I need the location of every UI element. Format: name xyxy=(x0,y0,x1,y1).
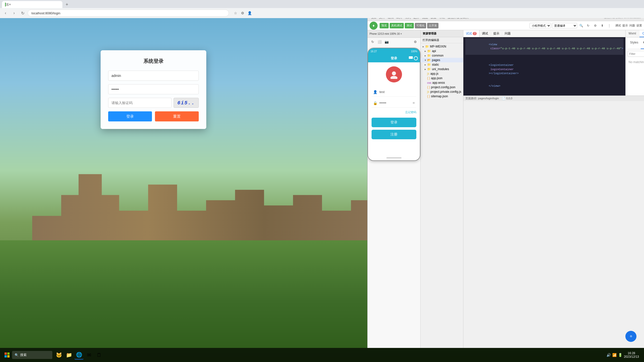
taskbar-app-browser[interactable]: 🌐 xyxy=(74,350,84,359)
tree-item-common[interactable]: ▸ 📁 common xyxy=(421,53,463,58)
tree-item-api[interactable]: ▸ 📁 api xyxy=(421,49,463,53)
tab-console[interactable]: Console xyxy=(639,30,644,37)
start-button[interactable] xyxy=(2,350,12,360)
chevron-right-icon: ▸ xyxy=(423,45,424,48)
code-line-1: <view class="u-p-t-40 u-p-r-40 u-p-r-40 … xyxy=(465,38,623,55)
phone-nav-icon-2[interactable] xyxy=(414,56,418,60)
sim-reload-icon[interactable]: ↻ xyxy=(370,39,376,45)
tree-item-projectprivate[interactable]: ▸ js project.private.config.js xyxy=(421,89,463,94)
tree-item-appjs[interactable]: ▸ js app.js xyxy=(421,71,463,76)
device-select[interactable]: 小程序模式 xyxy=(530,23,551,28)
login-button[interactable]: 登录 xyxy=(108,111,152,121)
password-input[interactable] xyxy=(108,84,199,94)
eye-icon[interactable]: 👁 xyxy=(412,101,415,105)
taskbar-system-tray: 🔊 📶 🔋 16:28 2023/12/13 xyxy=(607,351,642,358)
reset-button[interactable]: 重置 xyxy=(155,111,199,121)
tree-item-pages[interactable]: ▾ 📂 pages xyxy=(421,58,463,62)
devtools-toolbar: ♦ 预览 真机调试 测试 可视化 云开发 小程序模式 普通编译 🔍 ↻ ⚙ ⬆ … xyxy=(368,21,644,30)
settings-icon[interactable]: ⚙ xyxy=(592,23,598,29)
phone-simulator: Phone 12/13 mini 100% 16 × ↻ ⬜ 📷 ⚙ 16:27… xyxy=(368,30,421,348)
svg-point-1 xyxy=(390,76,397,79)
taskbar-app-3[interactable]: ✉ xyxy=(85,350,94,359)
tree-item-appwxss[interactable]: ▸ css app.wxss xyxy=(421,80,463,85)
tree-item-sitemap[interactable]: ▸ { } sitemap.json xyxy=(421,94,463,99)
browser-tab-bar: 活置信品量卖 × + xyxy=(0,0,644,8)
tab-close-btn[interactable]: × xyxy=(9,1,59,8)
extensions-icon[interactable]: ⚙ xyxy=(239,10,246,16)
sim-home-icon[interactable]: ⬜ xyxy=(377,39,383,45)
svg-rect-3 xyxy=(7,352,10,355)
tab-issue-label: 问题 xyxy=(505,31,511,36)
sys-clock[interactable]: 16:28 2023/12/13 xyxy=(624,351,639,358)
tree-item-projectconfig[interactable]: ▸ { } project.config.json xyxy=(421,85,463,89)
taskbar-app-2[interactable]: 📁 xyxy=(64,350,73,359)
tab-调试[interactable]: 调试 xyxy=(479,30,491,37)
devtools-status-bar: 页面路径: pages/login/login 📄 0,0,0 xyxy=(463,96,644,101)
captcha-image[interactable]: 6i5.. xyxy=(174,98,199,108)
tree-root[interactable]: ▸ 📁 MP-WEIXIN xyxy=(421,44,463,49)
user-icon[interactable]: 👤 xyxy=(247,10,253,16)
captcha-input[interactable] xyxy=(108,98,172,108)
tab-wxml[interactable]: Wxml xyxy=(626,30,639,37)
tab-debug[interactable]: 试试 7 xyxy=(463,30,479,37)
preview-btn[interactable]: 预览 xyxy=(380,23,389,28)
real-debug-btn[interactable]: 真机调试 xyxy=(390,23,404,28)
forward-button[interactable]: › xyxy=(11,10,18,17)
username-input[interactable] xyxy=(108,71,199,81)
status-position: 📄 0,0,0 xyxy=(502,97,512,100)
sim-controls: ↻ ⬜ 📷 ⚙ xyxy=(368,38,420,46)
action-label-1: 调试 xyxy=(615,24,621,27)
sys-icon-2[interactable]: 📶 xyxy=(612,353,617,357)
floating-action-button[interactable]: ⚬ xyxy=(625,331,636,342)
phone-login-button[interactable]: 登录 xyxy=(372,118,416,127)
pages-folder-icon: 📂 xyxy=(427,58,431,62)
status-path: 页面路径: pages/login/login xyxy=(465,97,499,100)
svg-rect-4 xyxy=(5,355,7,357)
phone-password-text: •••••• xyxy=(379,101,386,105)
avatar-icon xyxy=(389,70,398,79)
phone-home-indicator xyxy=(368,155,420,160)
open-editors-label: 打开的编辑器 xyxy=(423,38,439,42)
json-file-icon: { } xyxy=(427,76,430,80)
bookmark-icon[interactable]: ☆ xyxy=(232,10,238,16)
phone-nav-icon-1[interactable] xyxy=(409,56,413,59)
sm-file-icon: { } xyxy=(427,95,430,98)
app1-icon: 🐱 xyxy=(56,352,62,358)
phone-username-text: test xyxy=(379,90,385,94)
test-btn[interactable]: 测试 xyxy=(405,23,414,28)
upload-icon[interactable]: ⬆ xyxy=(599,23,605,29)
search-devtools-icon[interactable]: 🔍 xyxy=(578,23,584,29)
ct-tab-computed[interactable]: Computed xyxy=(641,39,644,49)
env-select[interactable]: 普通编译 xyxy=(552,23,577,28)
refresh-icon[interactable]: ↻ xyxy=(585,23,591,29)
inspector-tabs: Wxml Console Sources Network Performance xyxy=(626,30,644,37)
phone-forgot-link[interactable]: 忘记密码 xyxy=(405,110,416,114)
visual-btn[interactable]: 可视化 xyxy=(415,23,426,28)
back-button[interactable]: ‹ xyxy=(2,10,9,17)
new-tab-button[interactable]: + xyxy=(63,1,70,8)
cloud-btn[interactable]: 云开发 xyxy=(427,23,438,28)
filter-input[interactable] xyxy=(628,51,644,57)
sys-icon-3[interactable]: 🔋 xyxy=(618,353,622,357)
tree-item-appjson[interactable]: ▸ { } app.json xyxy=(421,76,463,80)
taskbar-app-1[interactable]: 🐱 xyxy=(54,350,63,359)
tab-issue[interactable]: 问题 xyxy=(502,30,513,37)
sim-screenshot-icon[interactable]: 📷 xyxy=(384,39,390,45)
reload-button[interactable]: ↻ xyxy=(19,10,26,17)
tree-item-uni-modules[interactable]: ▸ 📁 uni_modules xyxy=(421,67,463,71)
address-bar[interactable]: localhost:8080/login xyxy=(28,10,229,17)
browser-tab-active[interactable]: 活置信品量卖 × xyxy=(2,1,62,8)
tab-debug-badge: 7 xyxy=(473,32,477,35)
phone-nav-title: 登录 xyxy=(391,56,397,61)
tree-item-static[interactable]: ▸ 📁 static xyxy=(421,62,463,67)
more-icon[interactable]: ⋮ xyxy=(606,23,612,29)
sim-settings-icon[interactable]: ⚙ xyxy=(412,39,418,45)
phone-register-button[interactable]: 注册 xyxy=(372,130,416,139)
taskbar-app-4[interactable]: 🗒 xyxy=(95,350,104,359)
taskbar-search[interactable]: 🔍 搜索 xyxy=(12,351,52,359)
sys-icon-1[interactable]: 🔊 xyxy=(607,353,611,357)
tab-hint[interactable]: 提示 xyxy=(491,30,502,37)
ct-tab-styles[interactable]: Styles xyxy=(628,39,641,49)
tab-title: 活置信品量卖 xyxy=(6,3,9,7)
sys-time: 16:28 xyxy=(624,351,639,355)
